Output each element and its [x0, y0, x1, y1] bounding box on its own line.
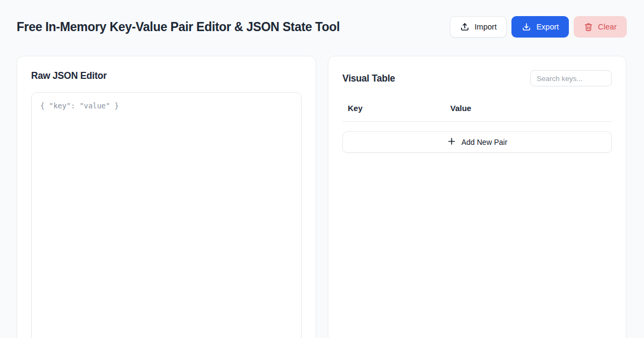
clear-button-label: Clear — [598, 23, 617, 31]
main-content: Raw JSON Editor Visual Table Key Value A… — [17, 56, 627, 338]
json-editor-textarea[interactable] — [31, 92, 302, 338]
clear-button[interactable]: Clear — [574, 16, 627, 38]
app-container: Free In-Memory Key-Value Pair Editor & J… — [0, 0, 644, 338]
column-header-value: Value — [450, 104, 471, 113]
export-button[interactable]: Export — [511, 16, 569, 38]
download-icon — [522, 22, 531, 32]
toolbar: Import Export — [450, 16, 627, 38]
visual-table-header-row: Visual Table — [342, 70, 612, 86]
plus-icon — [447, 137, 456, 148]
visual-table-panel: Visual Table Key Value Add New Pair — [328, 56, 626, 338]
add-new-pair-label: Add New Pair — [462, 138, 508, 146]
table-column-headers: Key Value — [342, 104, 612, 122]
import-button-label: Import — [474, 23, 496, 31]
raw-json-editor-heading: Raw JSON Editor — [31, 70, 302, 82]
visual-table-heading: Visual Table — [342, 73, 395, 84]
column-header-key: Key — [348, 104, 450, 113]
export-button-label: Export — [536, 23, 559, 31]
trash-icon — [584, 23, 593, 32]
add-new-pair-button[interactable]: Add New Pair — [342, 131, 612, 153]
raw-json-editor-panel: Raw JSON Editor — [17, 56, 316, 338]
header: Free In-Memory Key-Value Pair Editor & J… — [17, 0, 627, 38]
upload-icon — [460, 22, 470, 32]
page-title: Free In-Memory Key-Value Pair Editor & J… — [17, 20, 340, 34]
search-keys-input[interactable] — [530, 70, 612, 86]
import-button[interactable]: Import — [450, 16, 507, 38]
